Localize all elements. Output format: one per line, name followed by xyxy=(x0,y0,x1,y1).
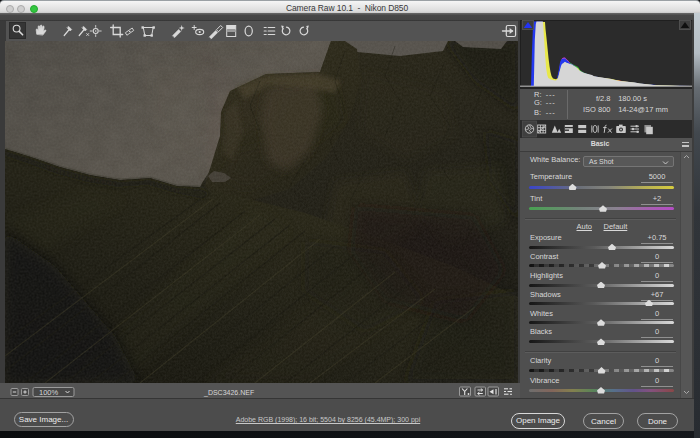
svg-text:_DSC3426.NEF: _DSC3426.NEF xyxy=(203,389,254,397)
svg-text:100%: 100% xyxy=(39,388,59,397)
